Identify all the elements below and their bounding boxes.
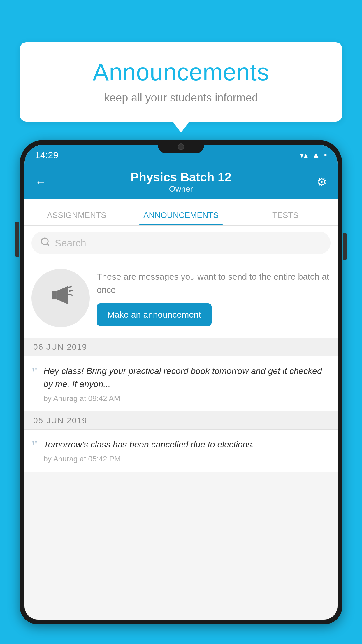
announcement-text-1: Hey class! Bring your practical record b… (43, 364, 331, 391)
search-icon (40, 237, 50, 249)
gear-icon[interactable]: ⚙ (310, 175, 327, 189)
tab-tests[interactable]: TESTS (233, 211, 338, 225)
svg-marker-2 (52, 291, 57, 299)
header-center: Physics Batch 12 Owner (52, 170, 310, 194)
search-placeholder: Search (55, 237, 86, 249)
phone-outer: 14:29 ▾▴ ▲ ▪ ← Physics Batch 12 Owner ⚙ (20, 140, 342, 624)
date-divider-1: 06 JUN 2019 (24, 338, 338, 356)
announcement-meta-1: by Anurag at 09:42 AM (43, 394, 331, 403)
bubble-title: Announcements (37, 58, 325, 86)
back-button[interactable]: ← (35, 176, 52, 189)
speech-bubble-section: Announcements keep all your students inf… (20, 42, 342, 122)
signal-icon: ▲ (312, 150, 320, 160)
status-time: 14:29 (35, 150, 58, 161)
megaphone-circle (31, 269, 90, 327)
announcement-content-2: Tomorrow's class has been cancelled due … (43, 438, 331, 463)
intro-section: These are messages you want to send to t… (24, 260, 338, 338)
search-container: Search (24, 226, 338, 260)
intro-description: These are messages you want to send to t… (97, 270, 331, 296)
svg-marker-3 (57, 286, 68, 304)
phone-screen: 14:29 ▾▴ ▲ ▪ ← Physics Batch 12 Owner ⚙ (24, 145, 338, 620)
quote-icon-1: " (31, 364, 38, 381)
announcement-text-2: Tomorrow's class has been cancelled due … (43, 438, 331, 451)
app-header: ← Physics Batch 12 Owner ⚙ (24, 164, 338, 200)
wifi-icon: ▾▴ (300, 150, 308, 160)
svg-line-5 (70, 290, 73, 291)
intro-right: These are messages you want to send to t… (97, 270, 331, 326)
search-bar[interactable]: Search (31, 232, 331, 254)
announcement-meta-2: by Anurag at 05:42 PM (43, 454, 331, 463)
phone-notch (158, 140, 204, 153)
speech-bubble: Announcements keep all your students inf… (20, 42, 342, 122)
make-announcement-button[interactable]: Make an announcement (97, 303, 212, 326)
svg-line-1 (47, 244, 49, 246)
camera-dot (178, 144, 184, 150)
status-icons: ▾▴ ▲ ▪ (300, 150, 327, 160)
tab-announcements[interactable]: ANNOUNCEMENTS (129, 211, 233, 225)
announcement-content-1: Hey class! Bring your practical record b… (43, 364, 331, 403)
quote-icon-2: " (31, 438, 38, 454)
date-divider-2: 05 JUN 2019 (24, 412, 338, 430)
phone-wrapper: 14:29 ▾▴ ▲ ▪ ← Physics Batch 12 Owner ⚙ (20, 140, 342, 644)
header-title: Physics Batch 12 (52, 170, 310, 184)
tabs-container: ASSIGNMENTS ANNOUNCEMENTS TESTS (24, 200, 338, 226)
announcement-item-1[interactable]: " Hey class! Bring your practical record… (24, 356, 338, 412)
tab-assignments[interactable]: ASSIGNMENTS (24, 211, 129, 225)
battery-icon: ▪ (324, 150, 327, 160)
header-subtitle: Owner (52, 184, 310, 194)
megaphone-icon (48, 282, 74, 314)
bubble-subtitle: keep all your students informed (37, 92, 325, 104)
svg-point-0 (41, 238, 48, 245)
svg-line-6 (69, 294, 72, 295)
announcement-item-2[interactable]: " Tomorrow's class has been cancelled du… (24, 430, 338, 472)
svg-line-4 (69, 286, 71, 288)
